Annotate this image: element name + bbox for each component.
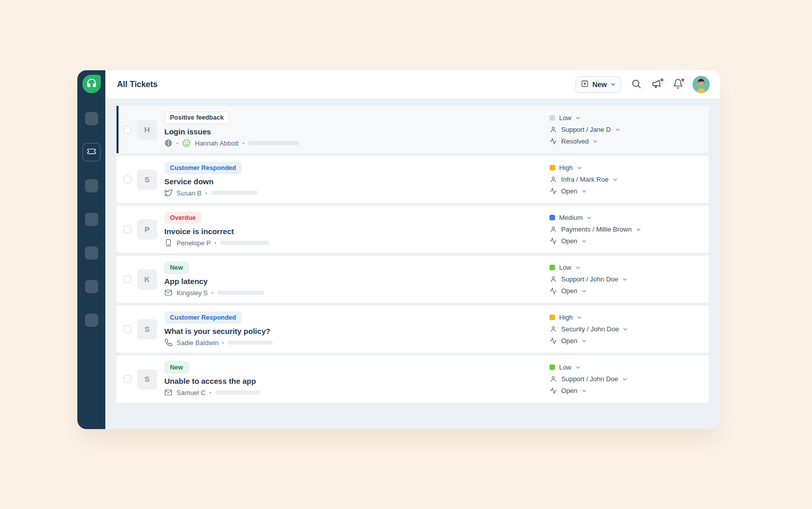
new-ticket-button[interactable]: New	[575, 76, 621, 93]
ticket-summary: Customer Responded What is your security…	[164, 312, 273, 347]
group-agent-dropdown[interactable]: Infra / Mark Roe	[549, 176, 699, 183]
ticket-row[interactable]: K New App latency Kingsley S	[117, 256, 709, 303]
page-title: All Tickets	[117, 80, 158, 89]
status-dropdown[interactable]: Open	[549, 187, 699, 195]
ticket-checkbox[interactable]	[124, 325, 131, 333]
status-badge: Overdue	[164, 212, 201, 224]
requester-name[interactable]: Penelope P	[177, 239, 211, 247]
priority-dropdown[interactable]: High	[549, 314, 699, 321]
skeleton-bar	[217, 291, 264, 295]
group-agent-label: Payments / Millie Brown	[561, 225, 632, 233]
status-badge: Customer Responded	[164, 162, 242, 174]
status-label: Open	[561, 287, 577, 295]
chevron-down-icon	[636, 227, 641, 232]
requester-name[interactable]: Hannah Abbott	[195, 139, 239, 147]
notifications-button[interactable]	[672, 78, 684, 91]
group-agent-dropdown[interactable]: Payments / Millie Brown	[549, 225, 699, 233]
search-icon	[631, 78, 642, 91]
sidebar-item-tickets[interactable]	[82, 143, 101, 161]
requester-avatar: S	[137, 369, 157, 389]
requester-avatar: S	[137, 319, 157, 340]
ticket-row[interactable]: S New Unable to access the app Samuel C	[117, 355, 709, 403]
ticket-meta: Penelope P	[164, 239, 269, 247]
group-agent-dropdown[interactable]: Support / John Doe	[549, 375, 699, 383]
ticket-title[interactable]: Service down	[164, 177, 258, 186]
status-badge: Positive feedback	[164, 111, 229, 124]
status-label: Open	[561, 237, 577, 245]
status-dropdown[interactable]: Open	[549, 237, 699, 245]
sidebar-item-placeholder-1[interactable]	[85, 112, 98, 125]
sidebar-item-placeholder-2[interactable]	[85, 179, 98, 192]
priority-color-square	[549, 265, 555, 270]
search-button[interactable]	[630, 78, 642, 91]
status-label: Open	[561, 387, 577, 394]
sidebar-item-placeholder-3[interactable]	[85, 213, 98, 226]
sidebar-item-placeholder-5[interactable]	[85, 280, 98, 293]
chevron-down-icon	[582, 388, 587, 393]
separator-dot	[177, 143, 178, 144]
status-activity-icon	[549, 387, 557, 394]
ticket-row[interactable]: S Customer Responded What is your securi…	[117, 305, 709, 353]
group-agent-label: Support / John Doe	[561, 275, 618, 283]
agent-icon	[549, 325, 557, 333]
requester-name[interactable]: Kingsley S	[177, 289, 208, 297]
priority-color-square	[549, 165, 555, 171]
priority-dropdown[interactable]: Low	[549, 264, 699, 271]
ticket-properties: Medium Payments / Millie Brown Open	[549, 214, 699, 245]
sidebar	[77, 70, 105, 429]
priority-color-square	[549, 215, 555, 220]
priority-dropdown[interactable]: Low	[549, 114, 699, 122]
priority-color-square	[549, 315, 555, 320]
priority-dropdown[interactable]: High	[549, 164, 699, 172]
ticket-row[interactable]: S Customer Responded Service down Susan …	[117, 156, 709, 203]
user-avatar[interactable]	[692, 76, 710, 93]
ticket-checkbox[interactable]	[124, 275, 131, 283]
ticket-title[interactable]: Unable to access the app	[164, 377, 260, 385]
ticket-title[interactable]: Invoice is incorrect	[164, 227, 269, 236]
priority-dropdown[interactable]: Medium	[549, 214, 699, 221]
ticket-checkbox[interactable]	[124, 126, 131, 133]
requester-avatar: K	[137, 269, 157, 290]
ticket-summary: Customer Responded Service down Susan B	[164, 162, 258, 197]
ticket-properties: Low Support / John Doe Open	[549, 363, 699, 394]
group-agent-dropdown[interactable]: Security / John Doe	[549, 325, 699, 333]
priority-label: Low	[559, 114, 571, 122]
separator-dot	[212, 292, 213, 294]
agent-icon	[549, 225, 557, 233]
chevron-down-icon	[587, 215, 592, 220]
notification-dot	[660, 78, 664, 82]
priority-label: Low	[559, 264, 571, 271]
notification-dot	[681, 78, 685, 82]
group-agent-dropdown[interactable]: Support / Jane D	[549, 126, 699, 133]
new-button-label: New	[592, 80, 607, 89]
ticket-checkbox[interactable]	[124, 225, 131, 233]
status-dropdown[interactable]: Resolved	[549, 137, 699, 145]
chevron-down-icon	[575, 116, 581, 121]
ticket-meta: Samuel C	[164, 388, 260, 397]
status-activity-icon	[549, 287, 557, 295]
status-dropdown[interactable]: Open	[549, 287, 699, 295]
announcements-button[interactable]	[651, 78, 663, 91]
ticket-row[interactable]: H Positive feedback Login issues	[117, 106, 709, 153]
priority-dropdown[interactable]: Low	[549, 363, 699, 371]
sidebar-item-placeholder-6[interactable]	[85, 314, 98, 327]
status-dropdown[interactable]: Open	[549, 387, 699, 394]
ticket-title[interactable]: Login issues	[164, 127, 299, 136]
requester-name[interactable]: Sadie Baldwin	[177, 339, 218, 347]
ticket-title[interactable]: App latency	[164, 277, 264, 286]
sidebar-item-placeholder-4[interactable]	[85, 246, 98, 260]
status-label: Open	[561, 337, 577, 345]
ticket-summary: New App latency Kingsley S	[164, 262, 264, 297]
ticket-title[interactable]: What is your security policy?	[164, 327, 273, 335]
ticket-checkbox[interactable]	[124, 176, 131, 183]
priority-label: Low	[559, 363, 571, 371]
status-dropdown[interactable]: Open	[549, 337, 699, 345]
group-agent-dropdown[interactable]: Support / John Doe	[549, 275, 699, 283]
ticket-row[interactable]: P Overdue Invoice is incorrect Penelope …	[117, 206, 709, 253]
separator-dot	[210, 392, 211, 393]
ticket-summary: Positive feedback Login issues	[164, 111, 299, 147]
ticket-checkbox[interactable]	[124, 375, 131, 383]
requester-name[interactable]: Samuel C	[177, 389, 206, 397]
phone-icon	[164, 338, 172, 347]
requester-name[interactable]: Susan B	[177, 189, 201, 197]
